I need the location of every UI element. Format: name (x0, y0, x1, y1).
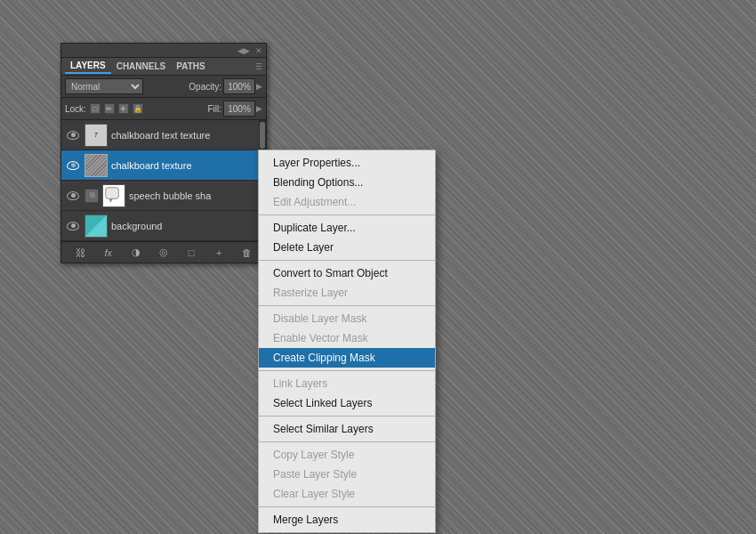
panel-collapse-dots[interactable]: ◀▶ ✕ (237, 46, 262, 55)
fill-control: Fill: ▶ (207, 101, 262, 117)
visibility-toggle[interactable] (65, 188, 81, 204)
layers-list: T chalkboard text texture chalkboard tex… (61, 120, 266, 241)
menu-item-disable-layer-mask: Disable Layer Mask (259, 309, 435, 328)
layer-name: chalkboard texture (111, 160, 262, 171)
tab-paths[interactable]: PATHS (171, 60, 210, 73)
menu-item-select-similar-layers[interactable]: Select Similar Layers (259, 419, 435, 439)
context-menu: Layer Properties...Blending Options...Ed… (258, 150, 436, 533)
layers-panel: ◀▶ ✕ LAYERS CHANNELS PATHS ☰ Normal Opac… (60, 43, 267, 263)
opacity-control: Opacity: ▶ (189, 78, 262, 94)
menu-item-clear-layer-style: Clear Layer Style (259, 484, 435, 504)
fill-input[interactable] (223, 101, 255, 117)
link-icon: ⛓ (84, 189, 99, 203)
menu-separator (259, 305, 435, 306)
menu-separator (259, 506, 435, 507)
menu-item-delete-layer[interactable]: Delete Layer (259, 238, 435, 257)
eye-icon (67, 222, 79, 231)
visibility-toggle[interactable] (65, 127, 81, 143)
menu-item-merge-layers[interactable]: Merge Layers (259, 510, 435, 530)
lock-label: Lock: (65, 104, 86, 114)
menu-item-blending-options[interactable]: Blending Options... (259, 173, 435, 192)
layer-item[interactable]: ⛓ speech bubble sha (61, 181, 266, 211)
menu-item-convert-smart-object[interactable]: Convert to Smart Object (259, 263, 435, 283)
eye-icon (67, 131, 79, 140)
layer-name: speech bubble sha (129, 190, 262, 201)
lock-paint-icon[interactable]: ✏ (104, 103, 115, 114)
menu-item-paste-layer-style: Paste Layer Style (259, 465, 435, 484)
menu-separator (259, 416, 435, 417)
fill-arrow[interactable]: ▶ (256, 104, 262, 113)
panel-menu-icon[interactable]: ☰ (255, 62, 262, 71)
layer-item[interactable]: background (61, 211, 266, 241)
tab-layers[interactable]: LAYERS (65, 59, 111, 74)
visibility-toggle[interactable] (65, 218, 81, 234)
layer-thumbnail (102, 184, 125, 207)
opacity-input[interactable] (223, 78, 255, 94)
lock-all-icon[interactable]: 🔒 (133, 103, 143, 114)
menu-item-duplicate-layer[interactable]: Duplicate Layer... (259, 218, 435, 238)
layer-item-selected[interactable]: chalkboard texture (61, 150, 266, 181)
fill-label: Fill: (207, 104, 221, 114)
menu-separator (259, 441, 435, 442)
opacity-arrow[interactable]: ▶ (256, 82, 262, 91)
new-group-icon[interactable]: □ (184, 246, 198, 260)
opacity-label: Opacity: (189, 82, 221, 92)
blend-mode-select[interactable]: Normal (65, 78, 143, 94)
layer-thumbnail (84, 154, 108, 177)
eye-icon (67, 191, 79, 200)
add-mask-icon[interactable]: ◑ (129, 246, 143, 260)
tab-channels[interactable]: CHANNELS (111, 60, 172, 73)
scroll-thumb[interactable] (260, 122, 265, 149)
menu-separator (259, 260, 435, 261)
menu-item-link-layers: Link Layers (259, 374, 435, 393)
eye-icon (67, 161, 79, 170)
panel-footer: ⛓ fx ◑ ◎ □ + 🗑 (61, 241, 266, 263)
menu-item-enable-vector-mask: Enable Vector Mask (259, 328, 435, 348)
link-layers-icon[interactable]: ⛓ (74, 246, 88, 260)
menu-item-edit-adjustment: Edit Adjustment... (259, 192, 435, 212)
lock-position-icon[interactable]: ✛ (118, 103, 129, 114)
menu-separator (259, 214, 435, 215)
layer-name: chalkboard text texture (111, 130, 262, 141)
layer-thumbnail: T (84, 124, 108, 147)
adjustment-icon[interactable]: ◎ (157, 246, 171, 260)
new-layer-icon[interactable]: + (212, 246, 226, 260)
menu-item-layer-properties[interactable]: Layer Properties... (259, 153, 435, 173)
menu-item-copy-layer-style: Copy Layer Style (259, 445, 435, 465)
panel-title-bar: ◀▶ ✕ (61, 44, 266, 58)
fx-icon[interactable]: fx (101, 246, 116, 260)
menu-separator (259, 370, 435, 371)
layer-item[interactable]: T chalkboard text texture (61, 120, 266, 150)
menu-item-select-linked-layers[interactable]: Select Linked Layers (259, 393, 435, 413)
lock-fill-bar: Lock: □ ✏ ✛ 🔒 Fill: ▶ (61, 98, 266, 120)
layer-name: background (111, 221, 262, 231)
visibility-toggle[interactable] (65, 158, 81, 174)
blend-opacity-bar: Normal Opacity: ▶ (61, 76, 266, 98)
lock-transparent-icon[interactable]: □ (90, 103, 101, 114)
layer-thumbnail (84, 214, 108, 238)
menu-item-rasterize-layer: Rasterize Layer (259, 283, 435, 303)
menu-item-create-clipping-mask[interactable]: Create Clipping Mask (259, 348, 435, 368)
delete-layer-icon[interactable]: 🗑 (239, 246, 253, 260)
panel-tab-bar: LAYERS CHANNELS PATHS ☰ (61, 58, 266, 76)
svg-marker-1 (109, 198, 113, 203)
svg-rect-2 (106, 188, 118, 198)
